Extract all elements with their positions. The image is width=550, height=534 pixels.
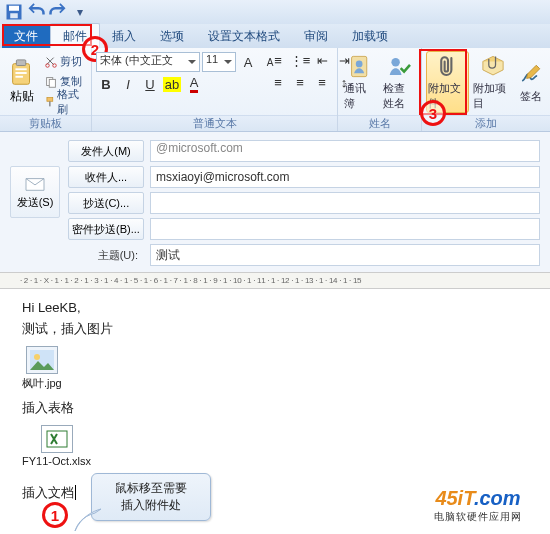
callout: 鼠标移至需要插入附件处 bbox=[91, 473, 211, 521]
to-button[interactable]: 收件人... bbox=[68, 166, 144, 188]
attachment-xlsx[interactable]: FY11-Oct.xlsx bbox=[22, 425, 91, 467]
body-line-img-caption: 测试，插入图片 bbox=[22, 320, 528, 338]
group-add: 附加文件 附加项目 签名 添加 bbox=[422, 48, 550, 131]
outdent-icon[interactable]: ⇤ bbox=[312, 50, 332, 70]
italic-button[interactable]: I bbox=[118, 74, 138, 94]
attach-file-button[interactable]: 附加文件 bbox=[426, 51, 469, 113]
signature-label: 签名 bbox=[520, 89, 542, 104]
attachment-xlsx-name: FY11-Oct.xlsx bbox=[22, 455, 91, 467]
svg-rect-4 bbox=[16, 60, 25, 66]
svg-rect-7 bbox=[15, 76, 23, 78]
font-color-icon[interactable]: A bbox=[184, 74, 204, 94]
from-button[interactable]: 发件人(M) bbox=[68, 140, 144, 162]
callout-line2: 插入附件处 bbox=[100, 497, 202, 514]
check-names-label: 检查姓名 bbox=[383, 81, 416, 111]
attachment-image[interactable]: 枫叶.jpg bbox=[22, 346, 62, 391]
svg-rect-19 bbox=[47, 431, 67, 447]
attach-item-button[interactable]: 附加项目 bbox=[471, 51, 514, 113]
group-clipboard-label: 剪贴板 bbox=[0, 115, 91, 131]
from-value: @microsoft.com bbox=[150, 140, 540, 162]
tab-review[interactable]: 审阅 bbox=[292, 24, 340, 48]
logo-subtitle: 电脑软硬件应用网 bbox=[434, 510, 522, 524]
svg-rect-1 bbox=[9, 6, 19, 11]
tab-options[interactable]: 选项 bbox=[148, 24, 196, 48]
tab-insert[interactable]: 插入 bbox=[100, 24, 148, 48]
send-button[interactable]: 发送(S) bbox=[10, 166, 60, 218]
group-names-label: 姓名 bbox=[338, 115, 421, 131]
svg-rect-12 bbox=[47, 97, 53, 101]
check-names-button[interactable]: 检查姓名 bbox=[381, 51, 418, 113]
tab-file[interactable]: 文件 bbox=[2, 24, 50, 48]
svg-rect-13 bbox=[49, 101, 50, 106]
bcc-input[interactable] bbox=[150, 218, 540, 240]
watermark-logo: 45iT.com 电脑软硬件应用网 bbox=[434, 487, 522, 524]
paste-button[interactable]: 粘贴 bbox=[4, 58, 40, 105]
signature-button[interactable]: 签名 bbox=[516, 51, 546, 113]
svg-rect-6 bbox=[15, 72, 26, 74]
send-label: 发送(S) bbox=[17, 195, 54, 210]
font-size-select[interactable]: 11 bbox=[202, 52, 236, 72]
bold-button[interactable]: B bbox=[96, 74, 116, 94]
group-add-label: 添加 bbox=[422, 115, 550, 131]
redo-icon[interactable] bbox=[48, 3, 68, 21]
group-font: 宋体 (中文正文 11 A A B I U ab A ≡ ⋮≡ ⇤ ⇥ bbox=[92, 48, 338, 131]
logo-text-1: 45iT bbox=[435, 487, 474, 509]
svg-rect-11 bbox=[49, 79, 55, 87]
svg-point-9 bbox=[53, 63, 57, 67]
indent-icon[interactable]: ⇥ bbox=[334, 50, 354, 70]
tab-mail[interactable]: 邮件 bbox=[50, 23, 100, 48]
qat-more-icon[interactable]: ▾ bbox=[70, 3, 90, 21]
cut-button[interactable]: 剪切 bbox=[42, 52, 87, 71]
tab-format[interactable]: 设置文本格式 bbox=[196, 24, 292, 48]
group-clipboard: 粘贴 剪切 复制 格式刷 剪贴板 bbox=[0, 48, 92, 131]
svg-point-15 bbox=[356, 60, 363, 67]
numbering-icon[interactable]: ⋮≡ bbox=[290, 50, 310, 70]
svg-point-16 bbox=[391, 58, 399, 66]
group-font-label: 普通文本 bbox=[92, 115, 337, 131]
cc-button[interactable]: 抄送(C)... bbox=[68, 192, 144, 214]
align-right-icon[interactable]: ≡ bbox=[312, 72, 332, 92]
line-spacing-icon[interactable]: ↕ bbox=[334, 72, 354, 92]
attach-item-label: 附加项目 bbox=[473, 81, 512, 111]
logo-text-2: .com bbox=[474, 487, 521, 509]
format-painter-label: 格式刷 bbox=[57, 87, 85, 117]
to-input[interactable] bbox=[150, 166, 540, 188]
bcc-button[interactable]: 密件抄送(B)... bbox=[68, 218, 144, 240]
callout-line1: 鼠标移至需要 bbox=[100, 480, 202, 497]
bullets-icon[interactable]: ≡ bbox=[268, 50, 288, 70]
cut-label: 剪切 bbox=[60, 54, 82, 69]
highlight-icon[interactable]: ab bbox=[162, 74, 182, 94]
align-center-icon[interactable]: ≡ bbox=[290, 72, 310, 92]
excel-icon bbox=[41, 425, 73, 453]
format-painter-button[interactable]: 格式刷 bbox=[42, 92, 87, 111]
grow-font-icon[interactable]: A bbox=[238, 52, 258, 72]
svg-rect-2 bbox=[10, 13, 18, 18]
underline-button[interactable]: U bbox=[140, 74, 160, 94]
ribbon: 粘贴 剪切 复制 格式刷 剪贴板 宋体 (中文正文 11 A A B I bbox=[0, 48, 550, 132]
font-name-select[interactable]: 宋体 (中文正文 bbox=[96, 52, 200, 72]
ribbon-tabs: 文件 邮件 插入 选项 设置文本格式 审阅 加载项 bbox=[0, 24, 550, 48]
quick-access-toolbar: ▾ bbox=[0, 0, 550, 24]
tab-addins[interactable]: 加载项 bbox=[340, 24, 400, 48]
attachment-image-name: 枫叶.jpg bbox=[22, 376, 62, 391]
align-left-icon[interactable]: ≡ bbox=[268, 72, 288, 92]
svg-rect-5 bbox=[15, 68, 26, 70]
compose-header: 发送(S) 发件人(M)@microsoft.com 收件人... 抄送(C).… bbox=[0, 132, 550, 272]
undo-icon[interactable] bbox=[26, 3, 46, 21]
subject-input[interactable] bbox=[150, 244, 540, 266]
subject-label: 主题(U): bbox=[68, 248, 144, 263]
body-line-greeting: Hi LeeKB, bbox=[22, 300, 528, 315]
paste-label: 粘贴 bbox=[10, 88, 34, 105]
body-line-table-caption: 插入表格 bbox=[22, 399, 528, 417]
picture-icon bbox=[26, 346, 58, 374]
attach-file-label: 附加文件 bbox=[428, 81, 467, 111]
ruler: · 2 · 1 · X · 1 · 1 · 2 · 1 · 3 · 1 · 4 … bbox=[0, 272, 550, 289]
save-icon[interactable] bbox=[4, 3, 24, 21]
cc-input[interactable] bbox=[150, 192, 540, 214]
svg-point-18 bbox=[34, 354, 40, 360]
